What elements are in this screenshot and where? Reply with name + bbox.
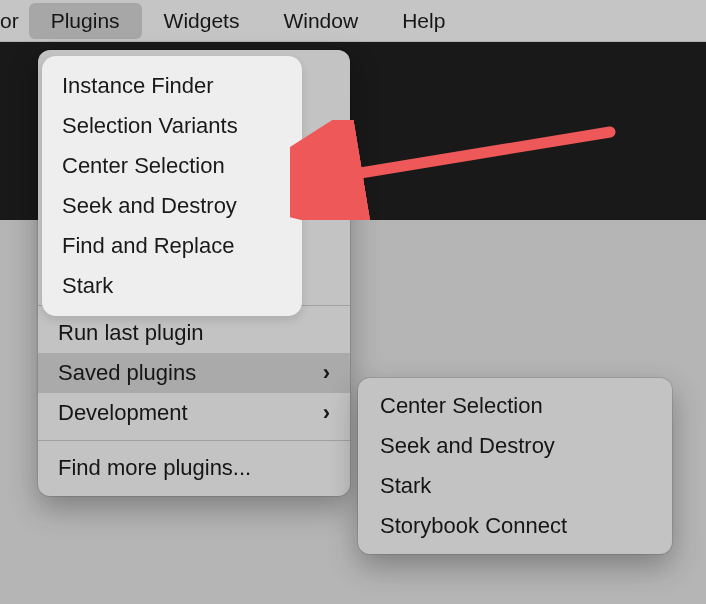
recent-plugin-item[interactable]: Center Selection (42, 146, 302, 186)
development[interactable]: Development › (38, 393, 350, 433)
menubar-item-widgets[interactable]: Widgets (142, 3, 262, 39)
menubar-item-help[interactable]: Help (380, 3, 467, 39)
submenu-item[interactable]: Stark (358, 466, 672, 506)
menubar-item-plugins[interactable]: Plugins (29, 3, 142, 39)
menubar-item-window[interactable]: Window (261, 3, 380, 39)
menubar: or Plugins Widgets Window Help (0, 0, 706, 42)
recent-plugin-item[interactable]: Seek and Destroy (42, 186, 302, 226)
recent-plugins-highlight: Instance Finder Selection Variants Cente… (42, 56, 302, 316)
find-more-plugins[interactable]: Find more plugins... (38, 448, 350, 488)
submenu-item[interactable]: Center Selection (358, 386, 672, 426)
recent-plugin-item[interactable]: Instance Finder (42, 66, 302, 106)
development-label: Development (58, 400, 188, 426)
recent-plugin-item[interactable]: Find and Replace (42, 226, 302, 266)
chevron-right-icon: › (323, 360, 330, 386)
menubar-item-cut[interactable]: or (0, 3, 29, 39)
recent-plugin-item[interactable]: Selection Variants (42, 106, 302, 146)
saved-plugins-label: Saved plugins (58, 360, 196, 386)
submenu-item[interactable]: Seek and Destroy (358, 426, 672, 466)
chevron-right-icon: › (323, 400, 330, 426)
submenu-item[interactable]: Storybook Connect (358, 506, 672, 546)
recent-plugin-item[interactable]: Stark (42, 266, 302, 306)
saved-plugins[interactable]: Saved plugins › (38, 353, 350, 393)
run-last-plugin[interactable]: Run last plugin (38, 313, 350, 353)
menu-separator (38, 440, 350, 441)
saved-plugins-submenu: Center Selection Seek and Destroy Stark … (358, 378, 672, 554)
